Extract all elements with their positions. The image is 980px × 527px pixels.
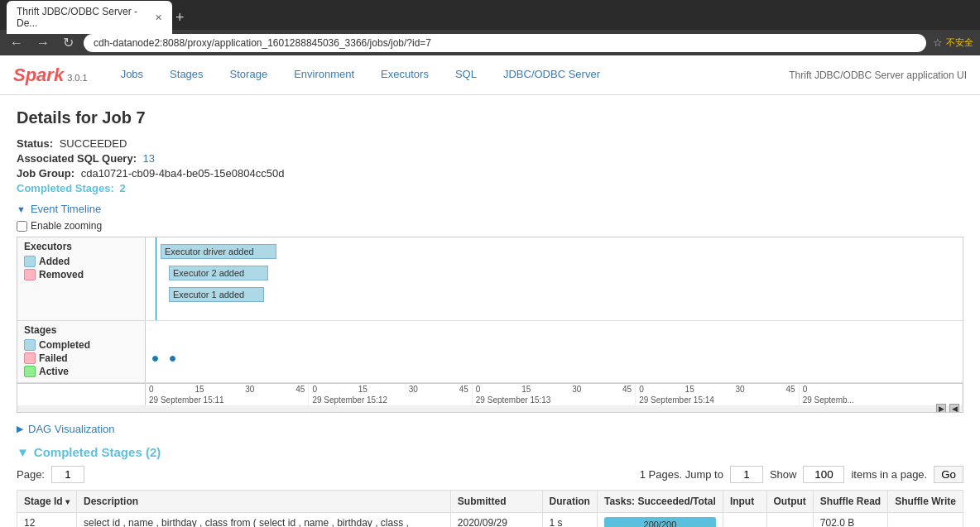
dag-arrow-icon: ▶ bbox=[17, 424, 23, 434]
col-output[interactable]: Output bbox=[766, 491, 813, 513]
page-title: Details for Job 7 bbox=[17, 108, 963, 127]
col-description[interactable]: Description bbox=[77, 491, 451, 513]
added-color-box bbox=[24, 256, 36, 267]
col-duration[interactable]: Duration bbox=[542, 491, 597, 513]
status-row: Status: SUCCEEDED bbox=[17, 137, 963, 150]
scroll-right-btn[interactable]: ▶ bbox=[936, 404, 946, 413]
timeline-dots bbox=[152, 352, 175, 364]
col-shuffle-read[interactable]: Shuffle Read bbox=[813, 491, 887, 513]
sql-link[interactable]: 13 bbox=[143, 152, 155, 165]
back-button[interactable]: ← bbox=[7, 34, 26, 52]
bookmark-icon[interactable]: ☆ bbox=[933, 36, 943, 49]
items-label: items in a page. bbox=[851, 468, 927, 481]
tick-45-3: 45 bbox=[622, 385, 632, 394]
spark-nav: Spark 3.0.1 Jobs Stages Storage Environm… bbox=[0, 55, 980, 95]
exec-driver-bar[interactable]: Executor driver added bbox=[161, 244, 276, 259]
jump-input[interactable] bbox=[730, 466, 763, 483]
col-input[interactable]: Input bbox=[723, 491, 766, 513]
spark-logo-text: Spark bbox=[13, 65, 64, 86]
axis-group-3: 0 15 30 45 bbox=[473, 384, 636, 395]
enable-zoom-checkbox[interactable] bbox=[17, 221, 27, 232]
tick-45-2: 45 bbox=[459, 385, 468, 394]
completed-stages-section: ▼ Completed Stages (2) Page: 1 Pages. Ju… bbox=[17, 445, 963, 527]
stages-chart bbox=[146, 321, 963, 382]
show-label: Show bbox=[770, 468, 797, 481]
scroll-left-btn[interactable]: ◀ bbox=[949, 404, 959, 413]
col-shuffle-write[interactable]: Shuffle Write bbox=[888, 491, 963, 513]
tick-30-3: 30 bbox=[572, 385, 581, 394]
legend-removed-label: Removed bbox=[39, 269, 84, 280]
tick-0-2: 0 bbox=[312, 385, 317, 394]
completed-stages-arrow: ▼ bbox=[17, 445, 29, 459]
tick-0-1: 0 bbox=[149, 385, 154, 394]
tick-15-1: 15 bbox=[195, 385, 204, 394]
spark-version: 3.0.1 bbox=[67, 73, 87, 83]
col-submitted[interactable]: Submitted bbox=[450, 491, 542, 513]
completed-stages-link[interactable]: Completed Stages: 2 bbox=[17, 182, 126, 194]
exec-1-bar[interactable]: Executor 1 added bbox=[169, 287, 264, 302]
nav-sql[interactable]: SQL bbox=[442, 56, 490, 94]
browser-chrome: Thrift JDBC/ODBC Server - De... ✕ + ← → … bbox=[0, 0, 980, 55]
cell-output bbox=[766, 513, 813, 528]
job-group-value: cda10721-cb09-4ba4-be05-15e0804cc50d bbox=[81, 167, 285, 180]
col-stage-id[interactable]: Stage Id ▾ bbox=[17, 491, 77, 513]
active-tab[interactable]: Thrift JDBC/ODBC Server - De... ✕ bbox=[7, 1, 172, 34]
nav-executors[interactable]: Executors bbox=[368, 56, 442, 94]
nav-storage[interactable]: Storage bbox=[217, 56, 281, 94]
legend-added-label: Added bbox=[39, 256, 70, 267]
show-input[interactable] bbox=[803, 466, 844, 483]
enable-zoom-row: Enable zooming bbox=[17, 220, 963, 232]
cell-tasks: 200/200 bbox=[597, 513, 723, 528]
reload-button[interactable]: ↻ bbox=[60, 33, 77, 52]
legend-added: Added bbox=[24, 256, 138, 267]
tab-close-button[interactable]: ✕ bbox=[155, 12, 162, 23]
scrollbar-track: ▶ ◀ bbox=[146, 403, 963, 413]
nav-environment[interactable]: Environment bbox=[281, 56, 368, 94]
axis-group-1: 0 15 30 45 bbox=[146, 384, 309, 395]
cell-input bbox=[723, 513, 766, 528]
legend-failed: Failed bbox=[24, 352, 138, 364]
page-label: Page: bbox=[17, 468, 45, 481]
stages-table: Stage Id ▾ Description Submitted Duratio… bbox=[17, 490, 963, 527]
nav-jdbc[interactable]: JDBC/ODBC Server bbox=[490, 56, 613, 94]
legend-active: Active bbox=[24, 366, 138, 377]
tick-0-5: 0 bbox=[803, 385, 808, 394]
nav-jobs[interactable]: Jobs bbox=[108, 56, 156, 94]
exec-2-bar[interactable]: Executor 2 added bbox=[169, 266, 268, 280]
legend-completed: Completed bbox=[24, 339, 138, 351]
cell-shuffle-write bbox=[888, 513, 963, 528]
active-color-box bbox=[24, 366, 36, 377]
timeline-scrollbar[interactable]: ▶ ◀ bbox=[17, 405, 963, 412]
nav-stages[interactable]: Stages bbox=[156, 56, 216, 94]
address-bar: ← → ↻ ☆ 不安全 bbox=[0, 30, 980, 55]
dag-header[interactable]: ▶ DAG Visualization bbox=[17, 423, 963, 435]
axis-group-5: 0 bbox=[800, 384, 963, 395]
address-input[interactable] bbox=[84, 34, 926, 52]
sql-label: Associated SQL Query: bbox=[17, 152, 137, 165]
completed-stages-title: Completed Stages (2) bbox=[34, 445, 161, 459]
event-timeline-header[interactable]: ▼ Event Timeline bbox=[17, 203, 963, 215]
pagination-bar: Page: 1 Pages. Jump to Show items in a p… bbox=[17, 466, 963, 483]
go-button[interactable]: Go bbox=[934, 466, 963, 483]
axis-group-4: 0 15 30 45 bbox=[636, 384, 799, 395]
completed-color-box bbox=[24, 339, 36, 351]
timeline-arrow-icon: ▼ bbox=[17, 204, 26, 214]
tab-title: Thrift JDBC/ODBC Server - De... bbox=[17, 6, 150, 29]
app-title: Thrift JDBC/ODBC Server application UI bbox=[789, 69, 967, 81]
job-group-row: Job Group: cda10721-cb09-4ba4-be05-15e08… bbox=[17, 167, 963, 180]
completed-stages-header[interactable]: ▼ Completed Stages (2) bbox=[17, 445, 963, 459]
col-tasks[interactable]: Tasks: Succeeded/Total bbox=[597, 491, 723, 513]
cell-description: select id , name , birthday , class from… bbox=[77, 513, 451, 528]
tick-30-2: 30 bbox=[409, 385, 418, 394]
page-input[interactable] bbox=[51, 466, 84, 483]
security-label: 不安全 bbox=[946, 36, 973, 49]
progress-bar-container: 200/200 bbox=[604, 517, 716, 527]
new-tab-button[interactable]: + bbox=[175, 10, 185, 25]
axis-group-2: 0 15 30 45 bbox=[309, 384, 472, 395]
failed-color-box bbox=[24, 352, 36, 364]
tick-15-3: 15 bbox=[521, 385, 531, 394]
legend-failed-label: Failed bbox=[39, 352, 68, 364]
timeline-vertical-line bbox=[156, 237, 156, 320]
dag-section: ▶ DAG Visualization bbox=[17, 423, 963, 435]
forward-button[interactable]: → bbox=[33, 34, 53, 52]
